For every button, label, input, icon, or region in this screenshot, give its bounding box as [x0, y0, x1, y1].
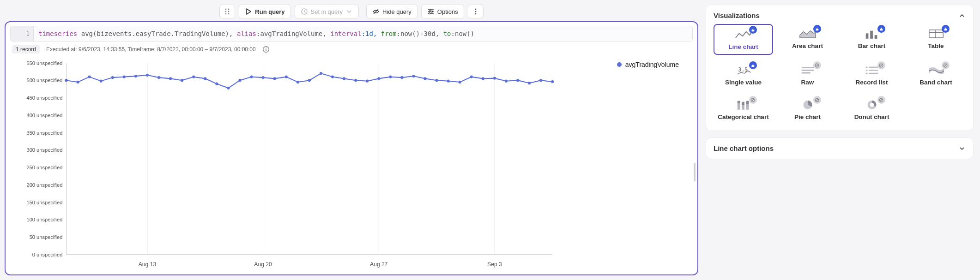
svg-point-13	[429, 12, 430, 14]
viz-item-reclist[interactable]: Record list	[842, 60, 901, 89]
viz-item-label: Single value	[725, 79, 762, 86]
play-icon	[245, 8, 252, 15]
chevron-up-icon	[958, 12, 966, 19]
resize-handle[interactable]	[694, 163, 696, 181]
visualizations-panel: Visualizations Line chartArea chartBar c…	[706, 5, 974, 131]
viz-item-label: Bar chart	[858, 42, 885, 49]
svg-rect-111	[746, 104, 749, 109]
svg-text:150 unspecified: 150 unspecified	[26, 200, 62, 205]
record-count: 1 record	[12, 45, 40, 54]
svg-point-46	[111, 76, 114, 79]
chart-legend[interactable]: avgTradingVolume	[617, 61, 679, 68]
table-chart-icon	[927, 28, 945, 40]
svg-line-117	[816, 99, 818, 101]
svg-point-76	[459, 81, 461, 83]
svg-rect-112	[746, 101, 749, 104]
line-gutter: 1	[11, 26, 34, 41]
sliders-icon	[427, 8, 435, 15]
more-button[interactable]	[468, 5, 484, 18]
not-recommended-badge-icon	[877, 96, 885, 104]
viz-item-table[interactable]: Table	[906, 24, 966, 55]
info-icon[interactable]	[262, 46, 270, 53]
drag-handle-button[interactable]	[219, 5, 235, 18]
svg-point-44	[88, 75, 91, 78]
viz-item-cat[interactable]: Categorical chart	[714, 95, 773, 124]
options-button[interactable]: Options	[421, 5, 464, 18]
recommended-badge-icon	[749, 61, 757, 69]
svg-line-106	[944, 64, 947, 66]
svg-point-58	[250, 75, 253, 78]
svg-text:Aug 20: Aug 20	[254, 261, 272, 268]
set-in-query-button[interactable]: Set in query	[295, 5, 359, 18]
chevron-down-icon	[958, 145, 966, 152]
svg-point-55	[215, 83, 218, 85]
svg-point-3	[228, 11, 230, 12]
viz-item-raw[interactable]: Raw	[778, 60, 837, 89]
chart-options-title: Line chart options	[714, 144, 774, 152]
svg-line-121	[880, 99, 883, 101]
svg-text:400 unspecified: 400 unspecified	[26, 113, 62, 118]
svg-point-9	[429, 9, 430, 10]
line-chart[interactable]: 0 unspecified50 unspecified100 unspecifi…	[10, 58, 693, 269]
query-code[interactable]: timeseries avg(bizevents.easyTrade.Tradi…	[34, 26, 692, 41]
svg-point-73	[424, 77, 427, 80]
svg-text:Sep 3: Sep 3	[487, 261, 502, 268]
svg-rect-107	[737, 103, 740, 109]
grip-icon	[224, 8, 231, 15]
svg-point-61	[285, 75, 288, 78]
hide-query-button[interactable]: Hide query	[366, 5, 417, 18]
svg-text:350 unspecified: 350 unspecified	[26, 130, 62, 135]
svg-rect-108	[737, 101, 740, 103]
viz-item-bar[interactable]: Bar chart	[842, 24, 901, 55]
svg-point-69	[377, 77, 380, 80]
query-editor[interactable]: 1 timeseries avg(bizevents.easyTrade.Tra…	[10, 26, 693, 42]
viz-item-pie[interactable]: Pie chart	[778, 95, 837, 124]
svg-point-42	[65, 79, 67, 82]
viz-item-single[interactable]: 3.5Single value	[714, 60, 773, 89]
svg-line-114	[752, 99, 754, 101]
svg-point-78	[482, 77, 484, 80]
svg-point-2	[225, 11, 227, 12]
svg-text:250 unspecified: 250 unspecified	[26, 165, 62, 170]
svg-point-43	[77, 81, 79, 83]
visualizations-title: Visualizations	[714, 12, 760, 19]
chart-options-header[interactable]: Line chart options	[714, 144, 966, 152]
svg-point-65	[331, 75, 334, 78]
svg-rect-110	[742, 101, 744, 105]
viz-item-label: Band chart	[920, 79, 952, 86]
visualizations-header[interactable]: Visualizations	[714, 12, 966, 19]
recommended-badge-icon	[813, 25, 821, 33]
chart-container: 0 unspecified50 unspecified100 unspecifi…	[10, 56, 693, 269]
raw-chart-icon	[799, 64, 817, 76]
bar-chart-icon	[863, 28, 881, 40]
cat-chart-icon	[735, 99, 752, 111]
recommended-badge-icon	[942, 25, 950, 33]
reclist-chart-icon	[863, 64, 881, 76]
execution-info: Executed at: 9/6/2023, 14:33:55, Timefra…	[46, 46, 256, 53]
svg-point-5	[228, 13, 230, 15]
svg-text:200 unspecified: 200 unspecified	[26, 182, 62, 188]
viz-item-label: Donut chart	[854, 113, 889, 120]
viz-item-donut[interactable]: Donut chart	[842, 95, 901, 124]
svg-point-0	[225, 9, 227, 10]
svg-point-15	[475, 11, 476, 12]
svg-point-72	[412, 75, 415, 77]
viz-item-line[interactable]: Line chart	[714, 24, 773, 55]
svg-rect-88	[929, 30, 943, 37]
svg-rect-19	[266, 49, 266, 51]
svg-point-119	[870, 103, 874, 107]
svg-text:500 unspecified: 500 unspecified	[26, 77, 62, 83]
viz-item-band[interactable]: Band chart	[906, 60, 966, 89]
not-recommended-badge-icon	[942, 61, 950, 69]
viz-item-label: Pie chart	[794, 113, 821, 120]
viz-item-area[interactable]: Area chart	[778, 24, 837, 55]
svg-text:550 unspecified: 550 unspecified	[26, 60, 62, 66]
pie-chart-icon	[799, 99, 817, 111]
band-chart-icon	[927, 64, 945, 76]
legend-label: avgTradingVolume	[625, 61, 679, 68]
legend-dot-icon	[617, 62, 622, 67]
visualizations-grid: Line chartArea chartBar chartTable3.5Sin…	[714, 24, 966, 124]
query-card: 1 timeseries avg(bizevents.easyTrade.Tra…	[5, 21, 698, 275]
svg-rect-86	[870, 30, 873, 38]
run-query-button[interactable]: Run query	[239, 5, 290, 18]
